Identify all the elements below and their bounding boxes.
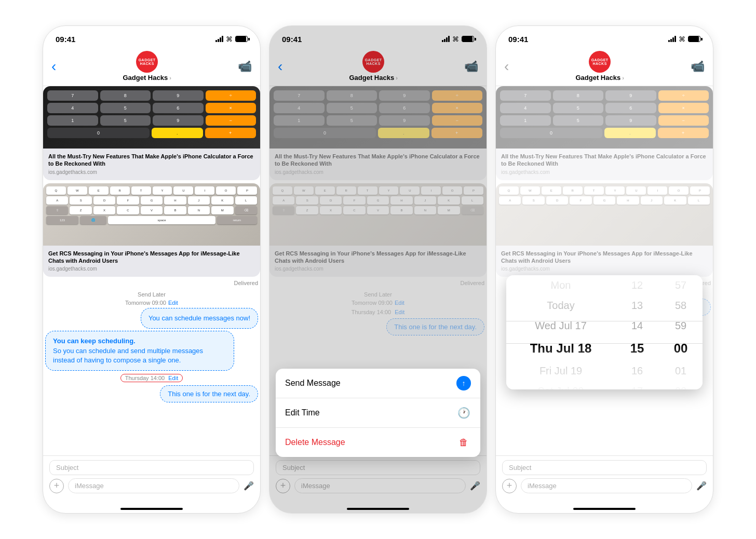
key: J bbox=[641, 196, 663, 205]
calc-btn: 9 bbox=[605, 90, 656, 101]
link-card-3b: QWE RTY UIOP ASD FGH JKL Get RCS Messagi… bbox=[496, 183, 713, 277]
phones-container: 09:41 ⌘ ‹ GADGET HACKS Gadg bbox=[0, 0, 756, 539]
picker-item-58: 58 bbox=[659, 295, 703, 316]
key: Q bbox=[46, 186, 66, 195]
back-button-3[interactable]: ‹ bbox=[504, 58, 509, 75]
logo-3: GADGET HACKS bbox=[589, 51, 611, 73]
picker-item-12: 12 bbox=[615, 275, 659, 295]
time-picker-wheel[interactable]: Mon Today Wed Jul 17 Thu Jul 18 Fri Jul … bbox=[506, 275, 703, 389]
signal-bar-3 bbox=[220, 37, 221, 42]
video-button-1[interactable]: 📹 bbox=[238, 60, 252, 73]
message-row-3: + iMessage 🎤 bbox=[502, 478, 707, 493]
key: W bbox=[520, 186, 540, 195]
calc-btn: 5 bbox=[553, 115, 604, 126]
picker-item-14: 14 bbox=[615, 316, 659, 336]
picker-item-57: 57 bbox=[659, 275, 703, 295]
context-menu-overlay: Send Message ↑ Edit Time 🕐 Delete Messag… bbox=[269, 26, 487, 513]
key: L bbox=[235, 196, 257, 205]
calc-btn: × bbox=[658, 103, 709, 113]
link-card-3a: 7 8 9 ÷ 4 5 6 × 1 5 bbox=[496, 86, 713, 180]
date-column[interactable]: Mon Today Wed Jul 17 Thu Jul 18 Fri Jul … bbox=[506, 275, 615, 389]
picker-item-02: 02 bbox=[659, 381, 703, 389]
input-bar-3: Subject + iMessage 🎤 bbox=[496, 455, 713, 497]
key: W bbox=[68, 186, 87, 195]
back-button-1[interactable]: ‹ bbox=[51, 58, 56, 75]
key: ⇧ bbox=[46, 206, 68, 214]
card-image-1a: 7 8 9 ÷ 4 5 6 × 1 5 bbox=[43, 86, 260, 149]
message-input-3[interactable]: iMessage bbox=[521, 478, 692, 493]
next-day-bubble-1: This one is for the next day. bbox=[160, 385, 258, 402]
signal-bar-2 bbox=[218, 39, 219, 42]
thursday-label-1: Thursday 14:00 Edit bbox=[120, 374, 183, 382]
status-time-1: 09:41 bbox=[56, 35, 75, 44]
card-url-1b: ios.gadgethacks.com bbox=[48, 266, 255, 272]
key: X bbox=[93, 206, 115, 214]
status-icons-3: ⌘ bbox=[668, 35, 700, 43]
key: P bbox=[690, 186, 710, 195]
key: A bbox=[46, 196, 68, 205]
card-content-3a: All the Must-Try New Features That Make … bbox=[496, 149, 713, 180]
card-content-1b: Get RCS Messaging in Your iPhone's Messa… bbox=[43, 246, 260, 277]
key: U bbox=[173, 186, 193, 195]
nav-bar-3: ‹ GADGET HACKS Gadget Hacks › 📹 bbox=[496, 49, 713, 86]
keyboard-visual-3: QWE RTY UIOP ASD FGH JKL bbox=[496, 183, 713, 246]
key: Y bbox=[605, 186, 625, 195]
subject-input-1[interactable]: Subject bbox=[49, 460, 254, 475]
card-url-3b: ios.gadgethacks.com bbox=[501, 266, 708, 272]
key: T bbox=[131, 186, 151, 195]
context-send-message[interactable]: Send Message ↑ bbox=[276, 369, 480, 398]
key: O bbox=[216, 186, 236, 195]
calc-btn: − bbox=[206, 115, 256, 126]
key: H bbox=[617, 196, 639, 205]
hour-column[interactable]: 12 13 14 15 16 17 18 bbox=[615, 275, 659, 389]
battery-icon-3 bbox=[688, 36, 700, 42]
key: N bbox=[188, 206, 210, 214]
minute-column[interactable]: 57 58 59 00 01 02 03 bbox=[659, 275, 703, 389]
clock-icon: 🕐 bbox=[456, 406, 471, 420]
bubble-wrapper-1a: You can schedule messages now! bbox=[43, 308, 260, 329]
video-button-3[interactable]: 📹 bbox=[691, 60, 705, 73]
calc-btn: − bbox=[658, 115, 709, 126]
home-bar-1 bbox=[120, 508, 183, 510]
calc-btn: 5 bbox=[100, 103, 151, 113]
picker-item-00: 00 bbox=[659, 336, 703, 361]
edit-link-1[interactable]: Edit bbox=[168, 300, 178, 306]
card-title-1b: Get RCS Messaging in Your iPhone's Messa… bbox=[48, 250, 255, 265]
time-picker-overlay: Mon Today Wed Jul 17 Thu Jul 18 Fri Jul … bbox=[506, 275, 703, 389]
mic-button-3[interactable]: 🎤 bbox=[696, 481, 707, 491]
send-icon: ↑ bbox=[456, 376, 471, 390]
msg-body-1: So you can schedule and send multiple me… bbox=[53, 346, 226, 365]
key: space bbox=[108, 216, 215, 224]
key: O bbox=[669, 186, 688, 195]
home-bar-3 bbox=[573, 508, 636, 510]
nav-name-1: Gadget Hacks › bbox=[123, 74, 171, 82]
message-input-1[interactable]: iMessage bbox=[68, 478, 239, 493]
context-edit-time[interactable]: Edit Time 🕐 bbox=[276, 398, 480, 428]
plus-button-3[interactable]: + bbox=[502, 479, 517, 493]
key: F bbox=[117, 196, 139, 205]
thursday-edit-1[interactable]: Edit bbox=[168, 375, 178, 381]
context-delete[interactable]: Delete Message 🗑 bbox=[276, 428, 480, 457]
key: E bbox=[89, 186, 109, 195]
signal-bars-3 bbox=[668, 36, 676, 42]
key: T bbox=[584, 186, 604, 195]
card-image-3b: QWE RTY UIOP ASD FGH JKL bbox=[496, 183, 713, 246]
calculator-visual-1: 7 8 9 ÷ 4 5 6 × 1 5 bbox=[43, 86, 260, 149]
key: D bbox=[93, 196, 115, 205]
signal-bar-4 bbox=[222, 36, 223, 42]
subject-input-3[interactable]: Subject bbox=[502, 460, 707, 475]
calc-btn: × bbox=[206, 103, 256, 113]
card-image-1b: QWE RTY UIOP ASD FGH JKL ⇧ ZXC VBNM bbox=[43, 183, 260, 246]
context-send-label: Send Message bbox=[285, 379, 341, 388]
key: Y bbox=[153, 186, 172, 195]
picker-item-15: 15 bbox=[615, 336, 659, 361]
status-bar-3: 09:41 ⌘ bbox=[496, 26, 713, 49]
calculator-visual-3: 7 8 9 ÷ 4 5 6 × 1 5 bbox=[496, 86, 713, 149]
mic-button-1[interactable]: 🎤 bbox=[244, 481, 254, 491]
key: B bbox=[164, 206, 186, 214]
calc-btn: 8 bbox=[553, 90, 604, 101]
card-url-3a: ios.gadgethacks.com bbox=[501, 169, 708, 175]
plus-button-1[interactable]: + bbox=[49, 479, 64, 493]
logo-gadget-1: GADGET bbox=[139, 58, 156, 62]
keyboard-visual-1: QWE RTY UIOP ASD FGH JKL ⇧ ZXC VBNM bbox=[43, 183, 260, 246]
